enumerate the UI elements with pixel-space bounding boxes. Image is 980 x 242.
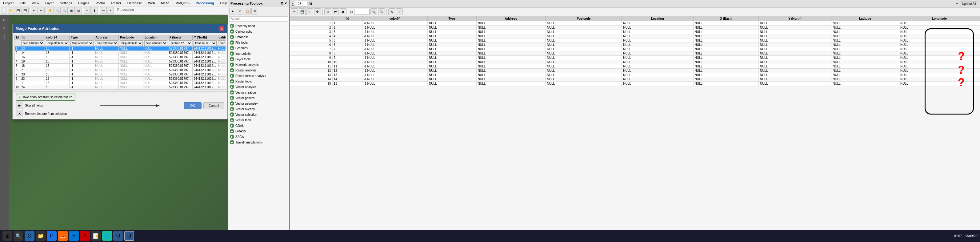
- table-row[interactable]: 1212-1 NULLNULLNULLNULLNULLNULLNULLNULLN…: [290, 68, 980, 73]
- address-dropdown[interactable]: Skip attribute: [95, 40, 118, 46]
- dropdown-color24[interactable]: Skip attribute: [45, 40, 70, 46]
- dialog-table-row[interactable]: 82315-1NULLNULLNULL523380.81797...244132…: [15, 76, 226, 81]
- deselect-btn[interactable]: ✖: [340, 8, 347, 15]
- menu-settings[interactable]: Settings: [58, 1, 74, 6]
- toolbox-tree-item[interactable]: ▶GDAL: [229, 123, 289, 128]
- toolbox-run-btn[interactable]: ▶: [229, 8, 236, 14]
- menu-edit[interactable]: Edit: [18, 1, 27, 6]
- dialog-table-row[interactable]: 51815-1NULLNULLNULL523380.81797...244132…: [15, 64, 226, 68]
- identify-btn[interactable]: ℹ: [91, 7, 98, 14]
- col-longitude[interactable]: Longitude: [899, 16, 980, 21]
- zoom-in-btn[interactable]: 🔍: [54, 7, 60, 14]
- dropdown-address[interactable]: Skip attribute: [94, 40, 119, 46]
- taskbar-icon-qgis[interactable]: Q: [113, 231, 123, 241]
- col-color04[interactable]: color04: [362, 16, 427, 21]
- menu-mmqgis[interactable]: MMQGIS: [173, 1, 191, 6]
- dialog-table-row[interactable]: 21415-1NULLNULLNULL523380.81797...244132…: [15, 51, 226, 55]
- col-ynorth[interactable]: Y (North): [759, 16, 831, 21]
- toolbox-search-input[interactable]: [229, 16, 288, 22]
- ok-button[interactable]: OK: [184, 102, 202, 109]
- latitude-dropdown[interactable]: Skip attribute: [218, 40, 226, 46]
- remove-feature-item[interactable]: ✖ Remove feature from selection: [16, 110, 75, 117]
- col-xeast[interactable]: X (East): [693, 16, 759, 21]
- table-row[interactable]: 44-1 NULLNULLNULLNULLNULLNULLNULLNULLNUL…: [290, 34, 980, 38]
- postcode-dropdown[interactable]: Skip attribute: [120, 40, 143, 46]
- add-feature-btn2[interactable]: +: [307, 8, 313, 15]
- cancel-button[interactable]: Cancel: [204, 102, 224, 109]
- table-row[interactable]: 77-1 NULLNULLNULLNULLNULLNULLNULLNULLNUL…: [290, 47, 980, 51]
- toolbox-tree-item[interactable]: ▶Cartography: [229, 29, 289, 34]
- dialog-table-row[interactable]: 102415-1NULLNULLNULL523380.81797...24413…: [15, 85, 226, 89]
- color24-dropdown[interactable]: Skip attribute: [46, 40, 69, 46]
- dialog-table-row[interactable]: 31615-1NULLNULLNULL523380.81797...244132…: [15, 55, 226, 59]
- dropdown-postcode[interactable]: Skip attribute: [119, 40, 143, 46]
- skip-all-fields-item[interactable]: ⏭ Skip all fields: [16, 102, 75, 109]
- table-row[interactable]: 1414-1 NULLNULLNULLNULLNULLNULLNULLNULLN…: [290, 77, 980, 81]
- menu-help[interactable]: Help: [218, 1, 229, 6]
- taskbar-icon-qgis2[interactable]: Q: [124, 231, 134, 241]
- open-project-btn[interactable]: 📂: [8, 7, 14, 14]
- zoom-map-btn[interactable]: 🔍: [378, 8, 385, 15]
- taskbar-icon-3[interactable]: G: [47, 231, 57, 241]
- redo-btn[interactable]: ↪: [38, 7, 45, 14]
- col-postcode[interactable]: Postcode: [546, 16, 622, 21]
- dropdown-latitude[interactable]: Skip attribute: [217, 40, 226, 46]
- toolbox-tree-item[interactable]: ▶File tools: [229, 40, 289, 45]
- dialog-table-row[interactable]: 41915-1NULLNULLNULL523380.81797...244132…: [15, 59, 226, 64]
- toolbox-tree-item[interactable]: ▶Vector geometry: [229, 101, 289, 106]
- toolbox-results-btn[interactable]: 📋: [244, 8, 251, 14]
- menu-layer[interactable]: Layer: [43, 1, 56, 6]
- save-project-btn[interactable]: 💾: [15, 7, 22, 14]
- zoom-input[interactable]: [295, 1, 307, 6]
- toolbox-tree-item[interactable]: ▶Raster terrain analysis: [229, 73, 289, 78]
- ynorth-dropdown[interactable]: Feature 12 Skip attribute: [194, 40, 216, 46]
- add-feature-btn[interactable]: +: [107, 7, 114, 14]
- save-as-btn[interactable]: 💾: [22, 7, 29, 14]
- col-fid[interactable]: fid: [332, 16, 362, 21]
- table-row[interactable]: 1515-1 NULLNULLNULLNULLNULLNULLNULLNULLN…: [290, 81, 980, 86]
- table-row[interactable]: 99-1 NULLNULLNULLNULLNULLNULLNULLNULLNUL…: [290, 56, 980, 60]
- dropdown-type[interactable]: Skip attribute: [70, 40, 94, 46]
- menu-web[interactable]: Web: [146, 1, 157, 6]
- delete-feature-btn[interactable]: 🗑: [314, 8, 321, 15]
- undo-btn[interactable]: ↩: [31, 7, 38, 14]
- toolbox-tree-item[interactable]: ▶Recently used: [229, 23, 289, 29]
- toolbox-tree-item[interactable]: ▶Vector creation: [229, 89, 289, 95]
- table-row[interactable]: 1010-1 NULLNULLNULLNULLNULLNULLNULLNULLN…: [290, 60, 980, 64]
- select-all-btn[interactable]: ⊞: [324, 8, 331, 15]
- fid-dropdown[interactable]: Skip attribute: [21, 40, 44, 46]
- toolbox-tree-item[interactable]: ▶Raster analysis: [229, 67, 289, 73]
- dialog-table-row[interactable]: 72015-1NULLNULLNULL523380.81797...244132…: [15, 72, 226, 76]
- table-row[interactable]: 33-1 NULLNULLNULLNULLNULLNULLNULLNULLNUL…: [290, 30, 980, 34]
- col-type[interactable]: Type: [428, 16, 477, 21]
- pan-btn[interactable]: ✋: [47, 7, 54, 14]
- toolbox-history-btn[interactable]: ⏱: [237, 8, 243, 14]
- toolbox-settings-icon[interactable]: ⚙: [280, 1, 284, 6]
- taskbar-icon-8[interactable]: 🌐: [102, 231, 112, 241]
- taskbar-icon-2[interactable]: 📁: [36, 231, 46, 241]
- table-row[interactable]: 1111-1 NULLNULLNULLNULLNULLNULLNULLNULLN…: [290, 64, 980, 68]
- delete-sel-btn[interactable]: ✕: [388, 8, 395, 15]
- filter-input[interactable]: [354, 9, 369, 14]
- toolbox-tree-item[interactable]: ▶TravelTime platform: [229, 140, 289, 145]
- table-row[interactable]: 88-1 NULLNULLNULLNULLNULLNULLNULLNULLNUL…: [290, 51, 980, 56]
- menu-view[interactable]: View: [30, 1, 41, 6]
- toolbox-options-btn[interactable]: ⚙: [251, 8, 258, 14]
- start-button[interactable]: ⊞: [2, 231, 12, 241]
- flash-btn[interactable]: ⚡: [396, 8, 403, 15]
- menu-mesh[interactable]: Mesh: [159, 1, 171, 6]
- table-row[interactable]: 55-1 NULLNULLNULLNULLNULLNULLNULLNULLNUL…: [290, 38, 980, 43]
- dialog-close-button[interactable]: ×: [220, 26, 224, 31]
- menu-vector[interactable]: Vector: [94, 1, 107, 6]
- save-edits-btn[interactable]: 💾: [299, 8, 305, 15]
- menu-database[interactable]: Database: [126, 1, 144, 6]
- filter-map-btn[interactable]: 🔍: [371, 8, 377, 15]
- new-project-btn[interactable]: 📄: [1, 7, 7, 14]
- dialog-table-row[interactable]: 11315-1NULLNULLNULL523380.81797...244132…: [15, 46, 226, 51]
- dialog-table-row[interactable]: 62115-1NULLNULLNULL523380.81797...244132…: [15, 68, 226, 72]
- toolbox-tree-item[interactable]: ▶Graphics: [229, 45, 289, 51]
- taskbar-icon-1[interactable]: Q: [25, 231, 35, 241]
- dropdown-location[interactable]: Skip attribute: [143, 40, 168, 46]
- toolbox-tree-item[interactable]: ▶Network analysis: [229, 62, 289, 67]
- menu-project[interactable]: Project: [1, 1, 15, 6]
